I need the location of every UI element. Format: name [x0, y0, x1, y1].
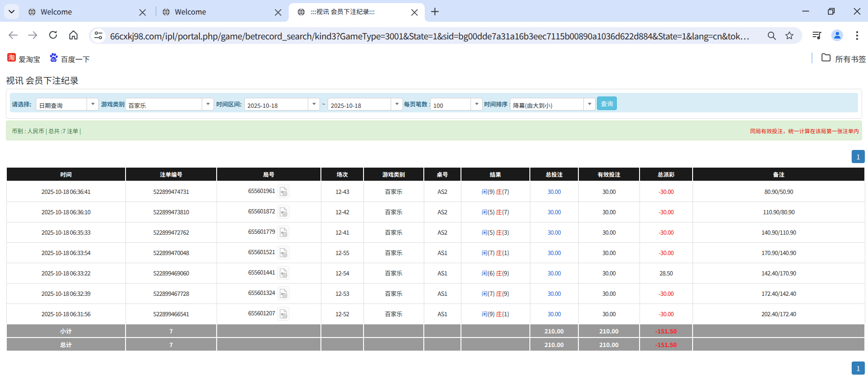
svg-text:du: du — [51, 57, 55, 62]
